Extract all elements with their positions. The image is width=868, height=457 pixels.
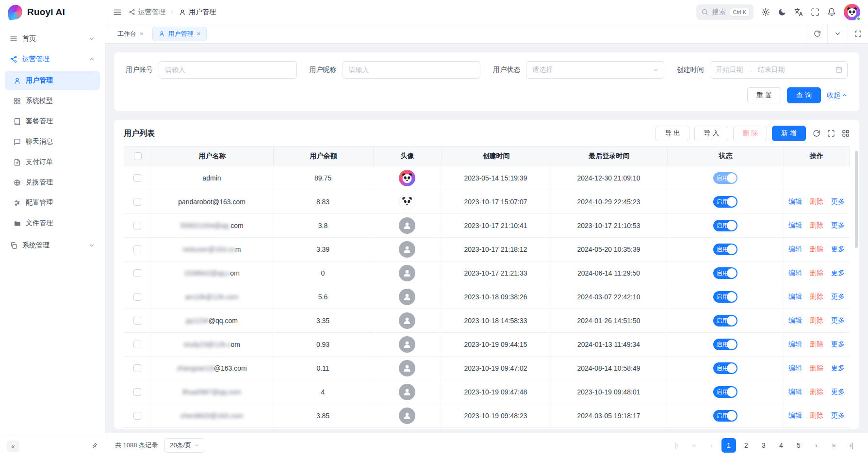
delete-link[interactable]: 删除 [810,364,823,373]
delete-link[interactable]: 删除 [810,293,823,301]
breadcrumb-item-operations[interactable]: 运营管理 [129,8,165,16]
column-settings-icon[interactable] [842,130,850,137]
more-link[interactable]: 更多 [831,269,845,277]
created-date-range[interactable]: 开始日期 → 结束日期 [710,61,848,79]
prev-page-button[interactable]: ‹ [704,438,719,453]
status-toggle[interactable]: 启用 [713,339,737,350]
edit-link[interactable]: 编辑 [788,293,802,301]
tab-workbench[interactable]: 工作台 × [112,27,149,41]
page-button-2[interactable]: 2 [739,438,753,453]
delete-link[interactable]: 删除 [810,388,823,396]
refresh-icon[interactable] [807,24,827,44]
add-button[interactable]: 新 增 [772,126,806,141]
row-checkbox[interactable] [133,388,141,396]
export-button[interactable]: 导 出 [655,126,689,141]
tab-user-management[interactable]: 用户管理 × [152,27,207,41]
status-toggle[interactable]: 启用 [713,267,737,279]
sidebar-item-user-management[interactable]: 用户管理 [5,71,100,90]
status-toggle[interactable]: 启用 [713,172,737,184]
search-button[interactable]: 查 询 [787,87,821,103]
page-button-4[interactable]: 4 [774,438,788,453]
fullscreen-icon[interactable] [827,130,835,137]
more-link[interactable]: 更多 [831,316,845,325]
close-icon[interactable]: × [140,30,144,37]
sidebar-item-system-model[interactable]: 系统模型 [5,91,100,111]
page-size-select[interactable]: 20条/页 [164,438,204,453]
app-logo[interactable]: Ruoyi AI [0,0,105,24]
sidebar-item-system-management[interactable]: 系统管理 [5,236,100,255]
delete-link[interactable]: 删除 [810,340,823,349]
status-toggle[interactable]: 启用 [713,315,737,326]
sidebar-item-operations[interactable]: 运营管理 [5,49,100,69]
expand-icon[interactable] [848,24,868,44]
status-toggle[interactable]: 启用 [713,386,737,398]
more-link[interactable]: 更多 [831,364,845,373]
sidebar-item-file-management[interactable]: 文件管理 [5,213,100,233]
global-search[interactable]: 搜索 Ctrl K [696,4,754,20]
nickname-input[interactable] [343,61,481,79]
back-5-pages-button[interactable]: « [687,438,701,453]
edit-link[interactable]: 编辑 [788,197,802,206]
row-checkbox[interactable] [133,174,141,182]
sidebar-item-config-management[interactable]: 配置管理 [5,193,100,212]
user-avatar[interactable] [844,4,860,20]
select-all-checkbox[interactable] [134,152,142,160]
delete-link[interactable]: 删除 [810,197,823,206]
bell-icon[interactable] [827,8,836,16]
edit-link[interactable]: 编辑 [788,388,802,396]
edit-link[interactable]: 编辑 [788,245,802,254]
status-toggle[interactable]: 启用 [713,220,737,231]
status-toggle[interactable]: 启用 [713,244,737,255]
page-button-3[interactable]: 3 [756,438,771,453]
pin-icon[interactable] [89,441,99,451]
first-page-button[interactable]: |‹ [669,438,684,453]
row-checkbox[interactable] [133,198,141,206]
vertical-scrollbar[interactable] [855,151,858,248]
more-link[interactable]: 更多 [831,411,845,420]
edit-link[interactable]: 编辑 [788,221,802,230]
sidebar-item-exchange-management[interactable]: 兑换管理 [5,173,100,192]
delete-link[interactable]: 删除 [810,269,823,277]
fullscreen-icon[interactable] [811,8,819,16]
more-link[interactable]: 更多 [831,293,845,301]
delete-link[interactable]: 删除 [810,411,823,420]
edit-link[interactable]: 编辑 [788,340,802,349]
more-link[interactable]: 更多 [831,197,845,206]
breadcrumb-item-user-management[interactable]: 用户管理 [179,8,216,16]
status-toggle[interactable]: 启用 [713,196,737,208]
edit-link[interactable]: 编辑 [788,411,802,420]
row-checkbox[interactable] [133,293,141,301]
delete-link[interactable]: 删除 [810,221,823,230]
row-checkbox[interactable] [133,341,141,348]
import-button[interactable]: 导 入 [694,126,728,141]
sidebar-item-chat-messages[interactable]: 聊天消息 [5,132,100,151]
next-page-button[interactable]: › [809,438,823,453]
delete-link[interactable]: 删除 [810,245,823,254]
gear-icon[interactable] [761,8,770,16]
more-link[interactable]: 更多 [831,388,845,396]
row-checkbox[interactable] [133,222,141,229]
row-checkbox[interactable] [133,317,141,325]
row-checkbox[interactable] [133,412,141,420]
hamburger-menu-icon[interactable] [113,8,122,16]
status-select[interactable]: 请选择 [526,61,664,79]
more-link[interactable]: 更多 [831,245,845,254]
translate-icon[interactable] [794,8,803,16]
row-checkbox[interactable] [133,364,141,372]
status-toggle[interactable]: 启用 [713,410,737,422]
page-button-1[interactable]: 1 [721,438,736,453]
forward-5-pages-button[interactable]: » [826,438,841,453]
sidebar-collapse-button[interactable]: « [7,441,19,452]
sidebar-item-home[interactable]: 首页 [5,29,100,49]
refresh-icon[interactable] [813,130,820,137]
status-toggle[interactable]: 启用 [713,362,737,374]
collapse-filter-link[interactable]: 收起 [827,91,848,100]
row-checkbox[interactable] [133,269,141,277]
edit-link[interactable]: 编辑 [788,269,802,277]
chevron-down-icon[interactable] [827,24,848,44]
more-link[interactable]: 更多 [831,221,845,230]
close-icon[interactable]: × [197,30,201,37]
sidebar-item-payment-orders[interactable]: 支付订单 [5,152,100,172]
page-button-5[interactable]: 5 [791,438,806,453]
edit-link[interactable]: 编辑 [788,316,802,325]
